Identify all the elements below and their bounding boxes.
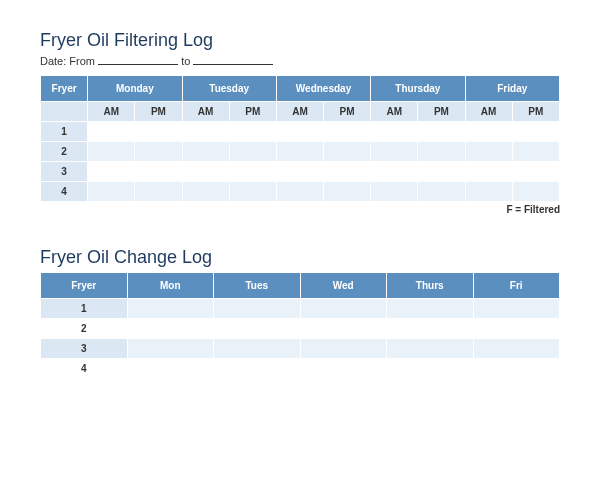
cell[interactable]: [324, 182, 371, 202]
cell[interactable]: [182, 162, 229, 182]
subheader-am: AM: [182, 102, 229, 122]
table-row: 1: [41, 299, 560, 319]
cell[interactable]: [512, 122, 559, 142]
change-log-table: Fryer Mon Tues Wed Thurs Fri 1 2 3 4: [40, 272, 560, 379]
filtering-log-table: Fryer Monday Tuesday Wednesday Thursday …: [40, 75, 560, 202]
col-mon: Mon: [127, 273, 214, 299]
cell[interactable]: [387, 339, 474, 359]
cell[interactable]: [127, 339, 214, 359]
change-log-title: Fryer Oil Change Log: [40, 247, 560, 268]
cell[interactable]: [135, 162, 182, 182]
cell[interactable]: [465, 122, 512, 142]
col-monday: Monday: [88, 76, 182, 102]
cell[interactable]: [214, 319, 301, 339]
subheader-am: AM: [276, 102, 323, 122]
table-header-row: Fryer Mon Tues Wed Thurs Fri: [41, 273, 560, 299]
cell[interactable]: [418, 182, 465, 202]
row-label: 2: [41, 319, 128, 339]
col-wed: Wed: [300, 273, 387, 299]
cell[interactable]: [229, 142, 276, 162]
cell[interactable]: [135, 122, 182, 142]
cell[interactable]: [127, 299, 214, 319]
subheader-am: AM: [465, 102, 512, 122]
subheader-am: AM: [371, 102, 418, 122]
cell[interactable]: [473, 339, 560, 359]
table-row: 2: [41, 319, 560, 339]
subheader-blank: [41, 102, 88, 122]
col-friday: Friday: [465, 76, 559, 102]
subheader-pm: PM: [512, 102, 559, 122]
col-wednesday: Wednesday: [276, 76, 370, 102]
cell[interactable]: [465, 182, 512, 202]
cell[interactable]: [473, 299, 560, 319]
cell[interactable]: [473, 359, 560, 379]
table-row: 4: [41, 359, 560, 379]
cell[interactable]: [512, 182, 559, 202]
cell[interactable]: [371, 122, 418, 142]
cell[interactable]: [276, 162, 323, 182]
cell[interactable]: [229, 122, 276, 142]
cell[interactable]: [371, 162, 418, 182]
row-label: 4: [41, 182, 88, 202]
cell[interactable]: [276, 122, 323, 142]
table-row: 4: [41, 182, 560, 202]
row-label: 1: [41, 122, 88, 142]
cell[interactable]: [88, 142, 135, 162]
cell[interactable]: [387, 319, 474, 339]
cell[interactable]: [512, 162, 559, 182]
col-thurs: Thurs: [387, 273, 474, 299]
cell[interactable]: [182, 142, 229, 162]
date-to-blank[interactable]: [193, 55, 273, 65]
cell[interactable]: [418, 142, 465, 162]
cell[interactable]: [300, 359, 387, 379]
cell[interactable]: [276, 182, 323, 202]
cell[interactable]: [300, 339, 387, 359]
cell[interactable]: [214, 359, 301, 379]
cell[interactable]: [135, 182, 182, 202]
cell[interactable]: [387, 299, 474, 319]
filtering-log-title: Fryer Oil Filtering Log: [40, 30, 560, 51]
col-thursday: Thursday: [371, 76, 465, 102]
col-tuesday: Tuesday: [182, 76, 276, 102]
cell[interactable]: [229, 162, 276, 182]
col-fri: Fri: [473, 273, 560, 299]
cell[interactable]: [465, 162, 512, 182]
cell[interactable]: [324, 122, 371, 142]
table-row: 3: [41, 162, 560, 182]
cell[interactable]: [512, 142, 559, 162]
cell[interactable]: [135, 142, 182, 162]
subheader-pm: PM: [418, 102, 465, 122]
cell[interactable]: [387, 359, 474, 379]
cell[interactable]: [127, 359, 214, 379]
cell[interactable]: [300, 319, 387, 339]
cell[interactable]: [418, 122, 465, 142]
cell[interactable]: [88, 182, 135, 202]
cell[interactable]: [182, 122, 229, 142]
date-from-blank[interactable]: [98, 55, 178, 65]
table-row: 3: [41, 339, 560, 359]
subheader-pm: PM: [324, 102, 371, 122]
cell[interactable]: [371, 142, 418, 162]
date-range-line: Date: From to: [40, 55, 560, 67]
cell[interactable]: [127, 319, 214, 339]
cell[interactable]: [276, 142, 323, 162]
cell[interactable]: [182, 182, 229, 202]
cell[interactable]: [88, 162, 135, 182]
cell[interactable]: [229, 182, 276, 202]
col-fryer: Fryer: [41, 273, 128, 299]
cell[interactable]: [324, 162, 371, 182]
cell[interactable]: [88, 122, 135, 142]
table-row: 1: [41, 122, 560, 142]
subheader-pm: PM: [135, 102, 182, 122]
table-header-row: Fryer Monday Tuesday Wednesday Thursday …: [41, 76, 560, 102]
cell[interactable]: [214, 299, 301, 319]
row-label: 1: [41, 299, 128, 319]
cell[interactable]: [371, 182, 418, 202]
cell[interactable]: [324, 142, 371, 162]
cell[interactable]: [214, 339, 301, 359]
cell[interactable]: [300, 299, 387, 319]
cell[interactable]: [465, 142, 512, 162]
table-row: 2: [41, 142, 560, 162]
cell[interactable]: [418, 162, 465, 182]
cell[interactable]: [473, 319, 560, 339]
